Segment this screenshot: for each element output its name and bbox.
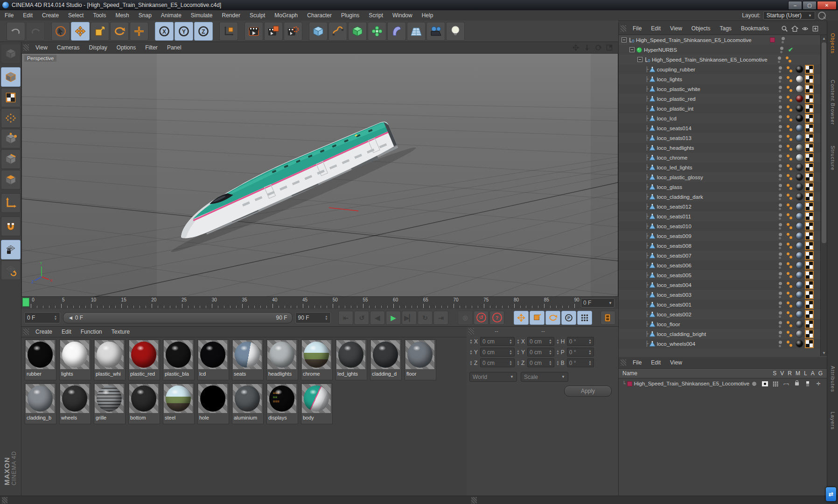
render-dot[interactable] xyxy=(779,90,781,92)
visibility-dots[interactable] xyxy=(779,203,782,210)
remote-access-icon[interactable]: ⇄ xyxy=(826,487,836,501)
edges-mode-button[interactable] xyxy=(1,149,21,169)
visible-dot[interactable] xyxy=(779,164,782,168)
size-x-input[interactable]: 0 cm▲▼ xyxy=(527,337,554,346)
object-row[interactable]: ├loco_seats012 xyxy=(619,202,820,211)
move-button[interactable] xyxy=(71,22,90,41)
visibility-dots[interactable] xyxy=(779,223,782,230)
visible-dot[interactable] xyxy=(779,321,782,324)
visible-dot[interactable] xyxy=(779,115,782,119)
texture-tag-icon[interactable] xyxy=(805,271,814,280)
perspective-viewport[interactable]: YXZ xyxy=(21,53,618,297)
phong-tag-icon[interactable] xyxy=(787,154,792,161)
menu-file[interactable]: File xyxy=(0,12,18,19)
spinner-icon[interactable]: ▲▼ xyxy=(588,339,592,344)
phong-tag-icon[interactable] xyxy=(787,252,792,259)
material-tag-icon[interactable] xyxy=(796,213,803,220)
current-frame-marker[interactable] xyxy=(22,298,29,307)
visibility-dots[interactable] xyxy=(779,184,782,190)
orbit-icon[interactable] xyxy=(594,44,602,51)
texture-tag-icon[interactable] xyxy=(805,339,814,348)
visible-dot[interactable] xyxy=(779,135,782,138)
key-parameter-button[interactable]: P xyxy=(561,311,576,325)
phong-tag-icon[interactable] xyxy=(787,86,792,92)
visibility-dots[interactable] xyxy=(782,37,785,43)
render-dot[interactable] xyxy=(779,217,781,220)
grip-handle[interactable] xyxy=(2,497,7,504)
tab-content-browser[interactable]: Content Browser xyxy=(827,72,838,133)
record-options-button[interactable]: ◎ xyxy=(458,311,473,325)
close-button[interactable]: ✕ xyxy=(817,1,837,10)
key-pla-button[interactable] xyxy=(577,311,592,325)
material-tag-icon[interactable] xyxy=(796,311,803,318)
pan-icon[interactable] xyxy=(572,44,580,51)
search-icon[interactable] xyxy=(781,25,788,32)
object-row[interactable]: ├loco_seats010 xyxy=(619,221,820,231)
visible-dot[interactable] xyxy=(779,292,782,295)
object-menu-objects[interactable]: Objects xyxy=(687,25,715,32)
object-row[interactable]: 0High_Speed_Train_Shinkansen_E5_Locomoti… xyxy=(619,55,820,64)
render-dot[interactable] xyxy=(779,80,781,83)
phong-tag-icon[interactable] xyxy=(787,341,792,347)
material-item[interactable]: lcd xyxy=(197,339,229,380)
add-array-button[interactable] xyxy=(368,22,386,41)
texture-tag-icon[interactable] xyxy=(805,94,814,103)
material-item[interactable]: bottom xyxy=(128,383,160,424)
material-tag-icon[interactable] xyxy=(796,66,803,73)
menu-create[interactable]: Create xyxy=(37,12,63,19)
visible-dot[interactable] xyxy=(779,184,782,187)
object-row[interactable]: ├loco_seats001 xyxy=(619,300,820,309)
material-menu-function[interactable]: Function xyxy=(76,329,107,335)
spinner-icon[interactable]: ▲▼ xyxy=(588,360,592,366)
object-row[interactable]: ├loco_plastic_red xyxy=(619,94,820,104)
spinner-icon[interactable]: ▲▼ xyxy=(549,350,552,355)
material-tag-icon[interactable] xyxy=(796,262,803,269)
visible-dot[interactable] xyxy=(779,282,782,285)
coordinate-system-button[interactable] xyxy=(219,22,238,41)
spinner-icon[interactable]: ▲▼ xyxy=(469,360,473,366)
render-dot[interactable] xyxy=(779,276,781,279)
render-dot[interactable] xyxy=(779,257,781,259)
phong-tag-icon[interactable] xyxy=(787,213,792,220)
visible-dot[interactable] xyxy=(779,125,782,128)
material-tag-icon[interactable] xyxy=(796,183,803,190)
texture-tag-icon[interactable] xyxy=(805,202,814,211)
menu-edit[interactable]: Edit xyxy=(18,12,37,19)
object-manager-scrollbar[interactable]: ▲ ▼ xyxy=(820,35,827,356)
visibility-dots[interactable] xyxy=(779,213,782,220)
phong-tag-icon[interactable] xyxy=(787,282,792,288)
phong-tag-icon[interactable] xyxy=(787,96,792,102)
render-dot[interactable] xyxy=(779,159,781,161)
phong-tag-icon[interactable] xyxy=(787,223,792,230)
phong-tag-icon[interactable] xyxy=(787,301,792,308)
visibility-dots[interactable] xyxy=(780,47,783,53)
object-menu-edit[interactable]: Edit xyxy=(646,25,665,32)
texture-tag-icon[interactable] xyxy=(805,75,814,84)
material-tag-icon[interactable] xyxy=(796,125,803,132)
phong-tag-icon[interactable] xyxy=(787,262,792,269)
add-environment-button[interactable] xyxy=(407,22,426,41)
layer-menu-file[interactable]: File xyxy=(628,359,646,366)
home-icon[interactable] xyxy=(791,25,798,32)
visibility-dots[interactable] xyxy=(779,262,782,269)
texture-tag-icon[interactable] xyxy=(805,133,814,142)
visibility-dots[interactable] xyxy=(779,321,782,328)
render-dot[interactable] xyxy=(779,286,781,288)
lock-workplane-button[interactable] xyxy=(1,240,21,259)
visibility-dots[interactable] xyxy=(779,164,782,171)
viewport-menu-view[interactable]: View xyxy=(31,44,52,51)
position-z-input[interactable]: 0 cm▲▼ xyxy=(480,358,515,367)
menu-mograph[interactable]: MoGraph xyxy=(270,12,302,19)
layer-menu-view[interactable]: View xyxy=(665,359,687,366)
object-row[interactable]: ├loco_cladding_dark xyxy=(619,192,820,202)
scrollbar-thumb[interactable] xyxy=(822,42,826,243)
visibility-dots[interactable] xyxy=(779,86,782,92)
render-dot[interactable] xyxy=(779,306,781,308)
spinner-icon[interactable]: ▲▼ xyxy=(556,350,559,355)
expand-toggle-icon[interactable] xyxy=(629,47,635,52)
texture-tag-icon[interactable] xyxy=(805,320,814,329)
visibility-dots[interactable] xyxy=(779,76,782,83)
object-row[interactable]: ├loco_seats011 xyxy=(619,211,820,221)
viewport-camera-label[interactable]: Perspective xyxy=(24,55,56,62)
phong-tag-icon[interactable] xyxy=(787,243,792,249)
